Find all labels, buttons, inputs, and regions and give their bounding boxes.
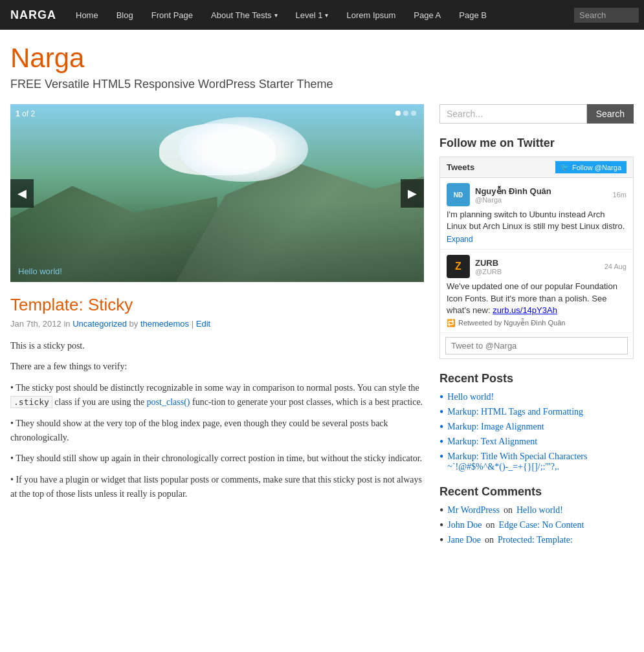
post-edit-link[interactable]: Edit xyxy=(196,319,210,329)
twitter-section-title: Follow me on Twitter xyxy=(439,136,634,150)
recent-post-link[interactable]: Markup: HTML Tags and Formatting xyxy=(447,407,583,417)
slider-image xyxy=(10,104,424,282)
twitter-follow-button[interactable]: 🐦 Follow @Narga xyxy=(555,161,627,173)
main-content: 1 of 2 ◀ ▶ Hello world! Template: Sticky… xyxy=(10,104,424,559)
post-body: This is a sticky post. There are a few t… xyxy=(10,339,424,502)
slider-next-button[interactable]: ▶ xyxy=(401,179,424,208)
comment-author-link[interactable]: John Doe xyxy=(447,520,482,530)
tweet-2-avatar: Z xyxy=(447,255,470,278)
tweet-2-link[interactable]: zurb.us/14pY3Ah xyxy=(493,305,557,315)
list-item: •Markup: Image Alignment xyxy=(439,422,634,433)
sidebar-search-input[interactable] xyxy=(439,104,587,124)
nav-item-home[interactable]: Home xyxy=(67,0,107,30)
post-bullet1b: class if you are using the xyxy=(52,397,147,407)
post-title[interactable]: Template: Sticky xyxy=(10,295,424,315)
twitter-bird-icon: 🐦 xyxy=(561,163,570,171)
comment-on-label: on xyxy=(486,520,495,530)
slider-dot-2[interactable] xyxy=(403,111,408,116)
sidebar-search-widget: Search xyxy=(439,104,634,124)
post-bullet1: • The sticky post should be distinctly r… xyxy=(10,381,424,410)
comment-on-label: on xyxy=(504,505,513,516)
list-item: •Markup: Text Alignment xyxy=(439,437,634,448)
bullet-icon: • xyxy=(439,421,443,433)
tweet-2-header: Z ZURB @ZURB 24 Aug xyxy=(447,255,627,278)
list-item: •Markup: Title With Special Characters ~… xyxy=(439,451,634,472)
sidebar-search-button[interactable]: Search xyxy=(587,104,634,124)
site-tagline: FREE Versatile HTML5 Responsive WordPres… xyxy=(10,78,634,91)
list-item: •Hello world! xyxy=(439,392,634,403)
tweet-2-time: 24 Aug xyxy=(605,263,627,270)
retweet-icon: 🔁 xyxy=(447,319,456,327)
slider-prev-button[interactable]: ◀ xyxy=(10,179,34,208)
post-bullet3: • They should still show up again in the… xyxy=(10,451,424,466)
recent-post-link[interactable]: Markup: Image Alignment xyxy=(447,422,544,432)
list-item: • Mr WordPress on Hello world! xyxy=(439,505,634,516)
post-bullet4: • If you have a plugin or widget that li… xyxy=(10,473,424,502)
tweet-2-user: ZURB @ZURB xyxy=(475,258,599,276)
post-link1[interactable]: post_class() xyxy=(147,397,190,407)
dropdown-arrow: ▾ xyxy=(325,12,328,19)
post-line1: This is a sticky post. xyxy=(10,339,424,353)
recent-post-link[interactable]: Markup: Title With Special Characters ~`… xyxy=(447,451,634,472)
recent-post-link[interactable]: Markup: Text Alignment xyxy=(447,437,537,447)
nav-item-front-page[interactable]: Front Page xyxy=(142,0,202,30)
nav-item-page-b[interactable]: Page B xyxy=(450,0,496,30)
list-item: •Markup: HTML Tags and Formatting xyxy=(439,407,634,418)
slider-dot-3[interactable] xyxy=(411,111,416,116)
recent-posts-title: Recent Posts xyxy=(439,372,634,386)
tweet-2-retweet: 🔁 Retweeted by Nguyễn Đình Quân xyxy=(447,319,627,327)
tweet-1-avatar: NĐ xyxy=(447,183,470,206)
tweet-1-header: NĐ Nguyễn Đình Quân @Narga 16m xyxy=(447,183,627,206)
tweet-1-handle: @Narga xyxy=(475,196,608,204)
nav-item-level1[interactable]: Level 1 ▾ xyxy=(287,0,338,30)
slider-caption: Hello world! xyxy=(10,261,424,282)
post-category[interactable]: Uncategorized xyxy=(72,319,127,329)
post-meta: Jan 7th, 2012 in Uncategorized by themed… xyxy=(10,319,424,329)
bullet-icon: • xyxy=(439,519,443,531)
nav-item-lorem[interactable]: Lorem Ipsum xyxy=(337,0,405,30)
nav-item-page-a[interactable]: Page A xyxy=(405,0,450,30)
slider-dot-1[interactable] xyxy=(395,111,401,116)
tweet-1-expand[interactable]: Expand xyxy=(447,235,627,244)
post-author[interactable]: themedemos xyxy=(140,319,189,329)
slider-counter: 1 of 2 xyxy=(16,109,35,118)
comment-post-link[interactable]: Hello world! xyxy=(516,505,563,516)
comment-on-label: on xyxy=(485,535,494,545)
slider-caption-link[interactable]: Hello world! xyxy=(18,266,62,276)
comment-post-link[interactable]: Protected: Template: xyxy=(498,535,573,545)
nav-search-input[interactable] xyxy=(574,8,639,23)
twitter-widget: Tweets 🐦 Follow @Narga NĐ Nguyễn Đình Qu… xyxy=(439,157,634,359)
comment-author-link[interactable]: Jane Doe xyxy=(447,535,481,545)
bullet-icon: • xyxy=(439,505,443,516)
list-item: • Jane Doe on Protected: Template: xyxy=(439,535,634,546)
post-bullet1c: func-tion to generate your post classes,… xyxy=(190,397,423,407)
slider-dots xyxy=(395,111,416,116)
post-bullet1-text: • The sticky post should be distinctly r… xyxy=(10,383,419,393)
tweet-1-user: Nguyễn Đình Quân @Narga xyxy=(475,186,608,204)
bullet-icon: • xyxy=(439,406,443,418)
bullet-icon: • xyxy=(439,534,443,546)
post-bullet2: • They should show at the very top of th… xyxy=(10,417,424,446)
bullet-icon: • xyxy=(439,451,443,462)
recent-comments-list: • Mr WordPress on Hello world! • John Do… xyxy=(439,505,634,546)
post-by-label: by xyxy=(129,319,140,329)
tweet-1-username: Nguyễn Đình Quân xyxy=(475,186,608,196)
tweet-1-time: 16m xyxy=(613,191,627,199)
comment-author-link[interactable]: Mr WordPress xyxy=(447,505,500,516)
recent-post-link[interactable]: Hello world! xyxy=(447,392,494,402)
twitter-input-wrap xyxy=(440,333,633,358)
twitter-follow-label: Follow @Narga xyxy=(572,164,621,171)
twitter-reply-input[interactable] xyxy=(445,337,628,354)
twitter-section: Follow me on Twitter Tweets 🐦 Follow @Na… xyxy=(439,136,634,359)
sky-clouds xyxy=(179,117,308,182)
tweet-2: Z ZURB @ZURB 24 Aug We've updated one of… xyxy=(440,250,633,333)
tweet-2-handle: @ZURB xyxy=(475,268,599,276)
tweet-2-text: We've updated one of our popular Foundat… xyxy=(447,281,627,316)
nav-search xyxy=(574,8,644,23)
nav-item-about-tests[interactable]: About The Tests ▾ xyxy=(202,0,286,30)
comment-post-link[interactable]: Edge Case: No Content xyxy=(499,520,584,530)
site-logo[interactable]: NARGA xyxy=(0,8,67,22)
content-wrap: 1 of 2 ◀ ▶ Hello world! Template: Sticky… xyxy=(10,104,634,559)
recent-comments-section: Recent Comments • Mr WordPress on Hello … xyxy=(439,485,634,546)
nav-item-blog[interactable]: Blog xyxy=(107,0,142,30)
